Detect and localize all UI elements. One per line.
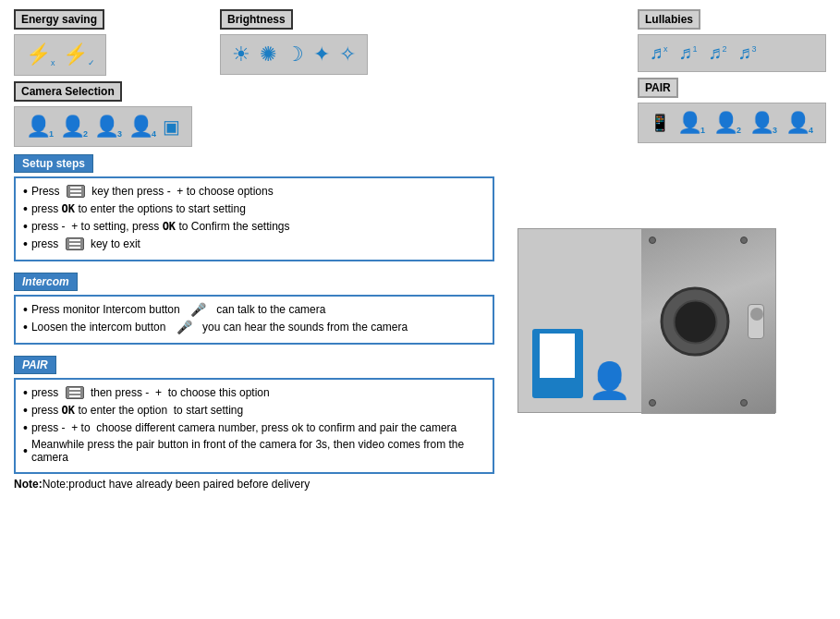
- step4-text2: key to exit: [88, 237, 140, 250]
- pair-bottom-label: PAIR: [14, 356, 56, 374]
- top-sections: Energy saving ⚡x ⚡✓ Camera Selection 👤1 …: [14, 9, 826, 147]
- energy-saving-section: Energy saving ⚡x ⚡✓: [14, 9, 192, 76]
- note-bold: Note:: [14, 478, 43, 491]
- svg-rect-1: [70, 190, 81, 192]
- brightness4-icon: ✦: [313, 42, 330, 67]
- pair-step-3: press - + to choose different camera num…: [23, 420, 485, 435]
- person-icon: 👤: [588, 363, 631, 398]
- monitor-icon: [532, 329, 583, 398]
- pair-box: press then press - + to choose this opti…: [14, 378, 494, 474]
- step3-text: press - + to setting, press OK to Confir…: [31, 220, 290, 233]
- svg-rect-6: [69, 388, 80, 390]
- intercom-step-1: Press monitor Intercom button 🎤 can talk…: [23, 302, 485, 317]
- intercom-step2-text: Loosen the intercom button: [31, 321, 165, 334]
- pair-step1-pre: press: [31, 386, 62, 399]
- camera-selection-label: Camera Selection: [14, 81, 122, 102]
- music2-icon: ♬1: [679, 42, 698, 64]
- brightness1-icon: ☀: [232, 42, 250, 67]
- menu-key-3: [66, 386, 84, 399]
- camera-lens: [673, 299, 717, 344]
- right-content: PAIR Switch of Camera 👤: [508, 228, 826, 413]
- step1-text: Press: [31, 185, 63, 198]
- svg-rect-0: [70, 187, 81, 188]
- pair-cam3-icon: 👤3: [749, 111, 774, 135]
- svg-rect-8: [69, 395, 80, 397]
- setup-steps-label: Setup steps: [14, 154, 93, 173]
- camera-image-area: PAIR Switch of Camera 👤: [517, 228, 776, 413]
- left-cluster: Energy saving ⚡x ⚡✓ Camera Selection 👤1 …: [14, 9, 192, 147]
- svg-rect-5: [69, 247, 80, 249]
- music4-icon: ♬3: [738, 42, 757, 64]
- pair-switch-button: [748, 304, 764, 339]
- music1-icon: ♬x: [650, 42, 668, 64]
- monitor-screen: [540, 334, 575, 378]
- pair-bottom-section: PAIR press then press - + to choose this…: [14, 356, 494, 491]
- brightness-section: Brightness ☀ ✺ ☽ ✦ ✧: [220, 9, 368, 75]
- setup-step-2: press OK to enter the options to start s…: [23, 201, 485, 216]
- pair-step-4: Meanwhile press the pair button in front…: [23, 438, 485, 464]
- intercom-step2-suffix: you can hear the sounds from the camera: [202, 321, 408, 334]
- mic-icon-1: 🎤: [190, 302, 206, 317]
- camera4-icon: 👤4: [128, 115, 153, 139]
- pair-top-section: PAIR 📱 👤1 👤2 👤3 👤4: [638, 78, 826, 143]
- energy-saving-label: Energy saving: [14, 9, 104, 30]
- svg-rect-4: [69, 243, 80, 245]
- screw-tr: [740, 237, 748, 244]
- pair-step-1: press then press - + to choose this opti…: [23, 385, 485, 400]
- step4-text: press: [31, 237, 62, 250]
- left-content: Setup steps Press key then press - + to …: [14, 154, 494, 500]
- setup-steps-box: Press key then press - + to choose optio…: [14, 176, 494, 261]
- pair-switch-knob: [750, 308, 763, 321]
- music3-icon: ♬2: [709, 42, 727, 64]
- lullabies-icons: ♬x ♬1 ♬2 ♬3: [638, 34, 826, 72]
- energy-off-icon: ⚡x: [26, 42, 55, 67]
- svg-rect-3: [69, 239, 80, 241]
- pair-note: Note:Note:product have already been pair…: [14, 478, 494, 491]
- brightness5-icon: ✧: [339, 42, 356, 67]
- right-cluster: Lullabies ♬x ♬1 ♬2 ♬3 PAIR 📱 👤1 👤2 👤3 👤4: [638, 9, 826, 143]
- camera-selection-section: Camera Selection 👤1 👤2 👤3 👤4 ▣: [14, 81, 192, 147]
- pair-top-label: PAIR: [638, 78, 678, 98]
- intercom-label: Intercom: [14, 273, 78, 291]
- step1-text2: key then press - + to choose options: [89, 185, 274, 198]
- menu-key-2: [66, 237, 84, 250]
- intercom-box: Press monitor Intercom button 🎤 can talk…: [14, 295, 494, 345]
- pair-step2-text: press OK to enter the option to start se…: [31, 404, 243, 417]
- lullabies-section: Lullabies ♬x ♬1 ♬2 ♬3: [638, 9, 826, 72]
- pair-step1-text: then press - + to choose this option: [88, 386, 270, 399]
- brightness-icons: ☀ ✺ ☽ ✦ ✧: [220, 34, 368, 75]
- screw-tl: [649, 237, 656, 244]
- camera3-icon: 👤3: [94, 115, 119, 139]
- screw-bl: [649, 399, 656, 407]
- setup-step-4: press key to exit: [23, 237, 485, 251]
- camera-photo: [641, 229, 775, 414]
- brightness3-icon: ☽: [286, 42, 304, 67]
- tablet-camera-icon: 📱: [650, 113, 670, 133]
- energy-on-icon: ⚡✓: [63, 42, 95, 67]
- lullabies-label: Lullabies: [638, 9, 700, 30]
- monitor-person-graphic: 👤: [532, 329, 631, 398]
- intercom-step1-text: Press monitor Intercom button: [31, 303, 180, 316]
- intercom-section: Intercom Press monitor Intercom button 🎤…: [14, 273, 494, 345]
- pair-step-2: press OK to enter the option to start se…: [23, 403, 485, 418]
- energy-saving-icons: ⚡x ⚡✓: [14, 34, 106, 76]
- setup-step-1: Press key then press - + to choose optio…: [23, 184, 485, 199]
- multi-screen-icon: ▣: [163, 115, 180, 138]
- brightness2-icon: ✺: [260, 42, 276, 67]
- pair-step3-text: press - + to choose different camera num…: [31, 421, 457, 434]
- camera-selection-icons: 👤1 👤2 👤3 👤4 ▣: [14, 106, 192, 147]
- camera-outer-ring: [661, 287, 730, 357]
- mic-icon-2: 🎤: [177, 320, 192, 334]
- screw-br: [740, 399, 748, 407]
- setup-step-3: press - + to setting, press OK to Confir…: [23, 219, 485, 234]
- intercom-step1-suffix: can talk to the camera: [216, 303, 325, 316]
- pair-cam2-icon: 👤2: [713, 111, 738, 135]
- step2-text: press OK to enter the options to start s…: [31, 202, 246, 215]
- pair-step4-text: Meanwhile press the pair button in front…: [31, 438, 485, 464]
- note-text: Note:product have already been paired be…: [43, 478, 310, 491]
- intercom-step-2: Loosen the intercom button 🎤 you can hea…: [23, 320, 485, 334]
- svg-rect-7: [69, 392, 80, 394]
- pair-cam4-icon: 👤4: [785, 111, 810, 135]
- pair-icons: 📱 👤1 👤2 👤3 👤4: [638, 103, 826, 143]
- menu-key-1: [67, 185, 85, 198]
